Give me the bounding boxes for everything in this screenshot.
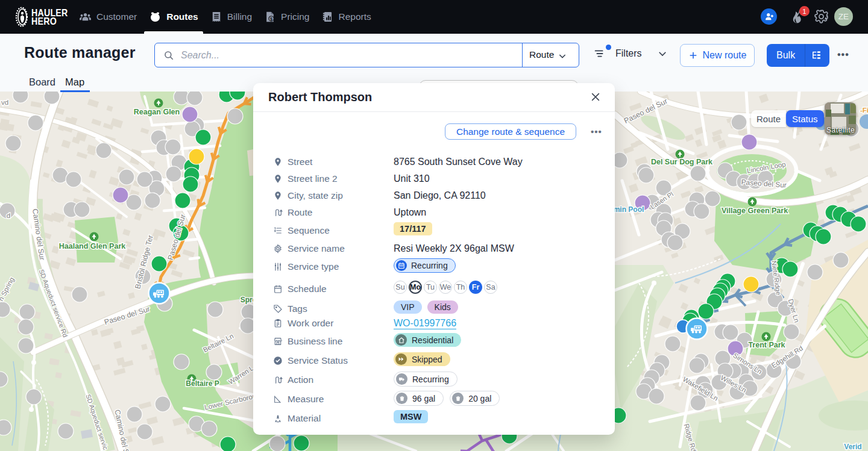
svg-text:Village Green Park: Village Green Park (722, 207, 788, 215)
svg-text:Trent Park: Trent Park (748, 341, 785, 349)
svg-text:Del Sur Dog Park: Del Sur Dog Park (651, 158, 712, 166)
svg-text:Beltaire P: Beltaire P (186, 379, 219, 388)
svg-text:Verid: Verid (844, 443, 861, 451)
svg-text:d: d (7, 212, 10, 219)
svg-text:$: $ (270, 17, 272, 22)
svg-text:min Pool: min Pool (614, 205, 644, 214)
svg-text:Reagan Glen: Reagan Glen (134, 108, 180, 116)
svg-text:-Fi: -Fi (860, 107, 868, 114)
svg-text:Haaland Glen Park: Haaland Glen Park (59, 242, 126, 250)
svg-text:vd: vd (1, 99, 8, 106)
